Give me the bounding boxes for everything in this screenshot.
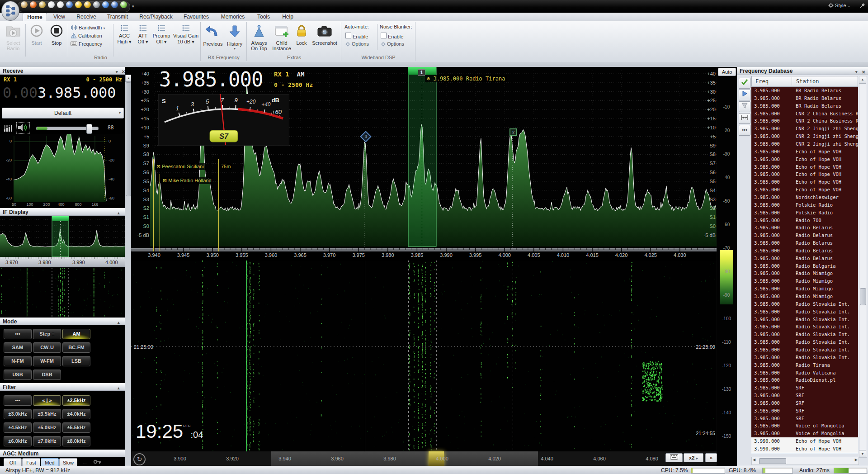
if-waterfall[interactable] — [0, 268, 125, 317]
agc-dropdown-button[interactable]: AGCHigh ▾ — [117, 24, 132, 34]
if-display-header[interactable]: IF Display ▴ — [0, 208, 125, 216]
table-row[interactable]: 3.985.000BR Radio Belarus — [751, 87, 858, 95]
table-row[interactable]: 3.985.000Polskie Radio — [751, 209, 858, 217]
scroll-down-icon[interactable]: ▼ — [859, 450, 866, 457]
tuned-station-label[interactable]: ⊗ 3.985.000 Radio Tirana — [425, 75, 507, 82]
mode-button-bcfm[interactable]: BC-FM — [62, 342, 90, 353]
db-horizontal-scrollbar[interactable]: ◀ ▶ — [751, 457, 859, 465]
table-row[interactable]: 3.985.000Radio Vaticana — [751, 369, 858, 377]
table-row[interactable]: 3.985.000Echo of Hope VOH — [751, 163, 858, 171]
att-dropdown-button[interactable]: ATTOff ▾ — [136, 24, 150, 34]
auto-mute-options-button[interactable]: Options — [345, 41, 369, 47]
screenshot-button[interactable]: Screenshot — [310, 24, 340, 46]
db-apply-button[interactable] — [739, 78, 750, 89]
always-on-top-button[interactable]: AlwaysOn Top — [249, 24, 269, 51]
audio-spectrum-chart[interactable] — [0, 134, 125, 204]
table-row[interactable]: 3.985.000Radio Belarus — [751, 224, 858, 232]
help-icon[interactable] — [30, 1, 37, 8]
filter-button-40khz[interactable]: ±4.0kHz — [62, 409, 90, 419]
bandwidth-button[interactable]: Bandwidth ▾ — [71, 25, 105, 30]
table-row[interactable]: 3.985.000CNR 2 China Business R. — [751, 110, 858, 118]
table-row[interactable]: 3.985.000Radio Slovakia Int. — [751, 338, 858, 346]
world-icon[interactable] — [120, 1, 127, 8]
table-row[interactable]: 3.985.000Radio Slovakia Int. — [751, 354, 858, 361]
audio-levels-icon[interactable] — [4, 124, 13, 135]
db-go-button[interactable] — [739, 90, 750, 100]
table-row[interactable]: 3.985.000Voice of Mongolia — [751, 430, 858, 437]
squelch-icon[interactable] — [102, 1, 109, 8]
table-row[interactable]: 3.990.000Echo of Hope VOH — [751, 445, 858, 453]
table-row[interactable]: 3.985.000Echo of Hope VOH — [751, 156, 858, 163]
record-icon[interactable] — [57, 1, 64, 8]
table-row[interactable]: 3.985.000Radio Slovakia Int. — [751, 323, 858, 331]
table-row[interactable]: 3.985.000SRF — [751, 392, 858, 399]
scroll-up-icon[interactable]: ▲ — [859, 76, 866, 84]
agc-button-fast[interactable]: Fast — [22, 458, 40, 466]
db-vertical-scrollbar[interactable]: ▲ ▼ — [859, 76, 867, 458]
filter-button-25khz[interactable]: ±2.5kHz — [62, 395, 90, 406]
table-row[interactable]: 3.985.000Radio Slovakia Int. — [751, 300, 858, 308]
filter-button-70khz[interactable]: ±7.0kHz — [33, 436, 61, 446]
mode-button-lsb[interactable]: LSB — [62, 356, 90, 366]
filter-panel-header[interactable]: Filter ▴ — [0, 383, 125, 391]
table-row[interactable]: 3.985.000SRF — [751, 384, 858, 392]
spectrum-display[interactable] — [131, 67, 717, 248]
volume-slider-handle[interactable] — [86, 124, 92, 134]
filter-button-45khz[interactable]: ±4.5kHz — [4, 422, 32, 433]
table-row[interactable]: 3.985.000Nordschleswiger — [751, 194, 858, 201]
table-row[interactable]: 3.985.000Radio Tirana — [751, 361, 858, 369]
table-row[interactable]: 3.985.000BR Radio Belarus — [751, 102, 858, 110]
scrollbar-thumb[interactable] — [759, 458, 786, 464]
scrollbar-thumb[interactable] — [126, 82, 131, 196]
db-filter-button[interactable] — [739, 101, 750, 112]
tab-tools[interactable]: Tools — [253, 13, 274, 21]
filter-button-30khz[interactable]: ±3.0kHz — [4, 409, 32, 419]
qat-dropdown-icon[interactable]: ▾ — [132, 4, 134, 9]
tab-help[interactable]: Help — [278, 13, 297, 21]
auto-gain-button[interactable]: Auto — [718, 68, 736, 76]
db-column-station[interactable]: Station — [796, 76, 819, 86]
agc-button-med[interactable]: Med — [41, 458, 59, 466]
start-button[interactable]: Start — [27, 24, 46, 46]
table-row[interactable]: 3.985.000Echo of Hope VOH — [751, 171, 858, 178]
table-row[interactable]: 3.985.000SRF — [751, 407, 858, 415]
noise-blanker-options-button[interactable]: Options — [381, 41, 404, 47]
left-panel-scrollbar[interactable]: ▲ — [125, 75, 131, 466]
preset-dropdown[interactable]: Default▾ — [2, 108, 124, 118]
agc-back-arrow-icon[interactable]: ← — [81, 458, 88, 466]
table-row[interactable]: 3.990.000Echo of Hope VOH — [751, 437, 858, 445]
table-row[interactable]: 3.985.000SRF — [751, 415, 858, 422]
station-flag-mike-radio[interactable]: ⊠ Mike Radio Holland — [161, 177, 213, 184]
waterfall-display[interactable] — [131, 261, 717, 451]
table-row[interactable]: 3.985.000Radio Miamigo — [751, 293, 858, 300]
close-icon[interactable]: ✕ — [862, 68, 865, 76]
panel-menu-icon[interactable]: ▾ — [116, 68, 118, 76]
collapse-icon[interactable]: ▴ — [118, 209, 120, 217]
tab-home[interactable]: Home — [23, 13, 47, 21]
table-row[interactable]: 3.985.000Radio Miamigo — [751, 270, 858, 277]
frequency-button[interactable]: Frequency — [71, 41, 102, 47]
table-row[interactable]: 3.985.000Echo of Hope VOH — [751, 178, 858, 186]
calibration-button[interactable]: Calibration — [71, 33, 102, 38]
mode-button-am[interactable]: AM — [62, 329, 90, 339]
agc-button-slow[interactable]: Slow — [59, 458, 77, 466]
filter-button-50khz[interactable]: ±5.0kHz — [33, 422, 61, 433]
table-row[interactable]: 3.985.000Polskie Radio — [751, 201, 858, 209]
table-row[interactable]: 3.985.000Radio Slovakia Int. — [751, 316, 858, 323]
application-menu-button[interactable] — [1, 1, 19, 21]
mode-button-step[interactable]: Step ≡ — [33, 329, 61, 339]
filter-button-55khz[interactable]: ±5.5kHz — [62, 422, 90, 433]
table-row[interactable]: 3.985.000Radio 700 — [751, 217, 858, 224]
if-spectrum-chart[interactable] — [0, 216, 125, 257]
db-more-button[interactable]: ••• — [739, 125, 750, 136]
mode-button-nfm[interactable]: N-FM — [4, 356, 32, 366]
mode-button-usb[interactable]: USB — [4, 370, 32, 380]
mode-button-[interactable]: ••• — [4, 329, 32, 339]
volume-slider-track[interactable] — [36, 127, 99, 130]
filter-button-[interactable]: ••• — [4, 395, 32, 406]
noise-blanker-enable-checkbox[interactable]: Enable — [381, 32, 403, 40]
scroll-right-icon[interactable]: ▶ — [855, 458, 858, 462]
zoom-x2-button[interactable]: x2 ▸ — [684, 453, 703, 462]
mode-button-dsb[interactable]: DSB — [33, 370, 61, 380]
tab-receive[interactable]: Receive — [72, 13, 100, 21]
